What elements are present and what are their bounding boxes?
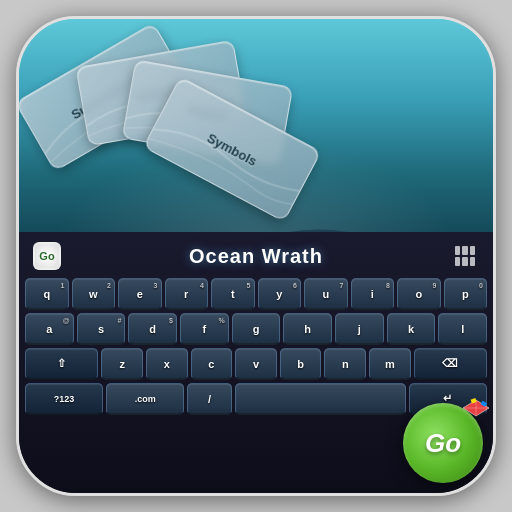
grid-dot	[455, 257, 460, 266]
app-icon: Subscreens Settings Digital Symbols Go O…	[16, 16, 496, 496]
key-s[interactable]: s#	[77, 313, 126, 345]
key-p[interactable]: p0	[444, 278, 488, 310]
key-h[interactable]: h	[283, 313, 332, 345]
fan-menu: Subscreens Settings Digital Symbols	[106, 39, 406, 259]
key-d[interactable]: d$	[128, 313, 177, 345]
key-l[interactable]: l	[438, 313, 487, 345]
key-row-2: a@ s# d$ f% g h j k l	[25, 313, 487, 345]
keyboard-title: Ocean Wrath	[189, 245, 323, 268]
grid-icon[interactable]	[451, 242, 479, 270]
key-e[interactable]: e3	[118, 278, 162, 310]
kite-decoration-icon	[461, 398, 491, 428]
key-dotcom[interactable]: .com	[106, 383, 184, 415]
key-slash[interactable]: /	[187, 383, 231, 415]
key-n[interactable]: n	[324, 348, 366, 380]
key-r[interactable]: r4	[165, 278, 209, 310]
key-m[interactable]: m	[369, 348, 411, 380]
keyboard-title-bar: Go Ocean Wrath	[25, 238, 487, 274]
key-q[interactable]: q1	[25, 278, 69, 310]
grid-dot	[470, 257, 475, 266]
go-logo-text: Go	[425, 428, 461, 459]
key-g[interactable]: g	[232, 313, 281, 345]
key-v[interactable]: v	[235, 348, 277, 380]
grid-dot	[462, 257, 467, 266]
key-k[interactable]: k	[387, 313, 436, 345]
key-i[interactable]: i8	[351, 278, 395, 310]
key-a[interactable]: a@	[25, 313, 74, 345]
key-f[interactable]: f%	[180, 313, 229, 345]
key-o[interactable]: o9	[397, 278, 441, 310]
key-z[interactable]: z	[101, 348, 143, 380]
fan-card-symbols-label: Symbols	[205, 130, 260, 169]
key-backspace[interactable]: ⌫	[414, 348, 487, 380]
go-logo-circle: Go	[403, 403, 483, 483]
key-w[interactable]: w2	[72, 278, 116, 310]
key-c[interactable]: c	[191, 348, 233, 380]
key-space[interactable]	[235, 383, 406, 415]
key-row-1: q1 w2 e3 r4 t5 y6 u7 i8 o9 p0	[25, 278, 487, 310]
go-logo-small: Go	[33, 242, 61, 270]
key-j[interactable]: j	[335, 313, 384, 345]
key-num[interactable]: ?123	[25, 383, 103, 415]
grid-dot	[462, 246, 467, 255]
key-t[interactable]: t5	[211, 278, 255, 310]
key-x[interactable]: x	[146, 348, 188, 380]
key-u[interactable]: u7	[304, 278, 348, 310]
go-logo-small-text: Go	[39, 250, 54, 262]
key-b[interactable]: b	[280, 348, 322, 380]
grid-dot	[455, 246, 460, 255]
grid-dot	[470, 246, 475, 255]
go-logo-container: Go	[403, 403, 483, 483]
key-shift[interactable]: ⇧	[25, 348, 98, 380]
key-y[interactable]: y6	[258, 278, 302, 310]
key-row-3: ⇧ z x c v b n m ⌫	[25, 348, 487, 380]
